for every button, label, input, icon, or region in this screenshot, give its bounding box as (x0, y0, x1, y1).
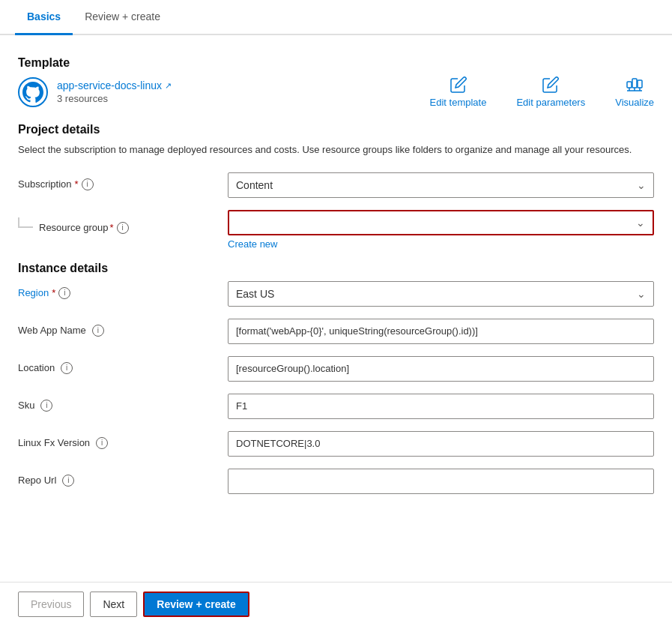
resource-group-info-icon[interactable]: i (117, 222, 129, 234)
repo-url-info-icon[interactable]: i (62, 475, 74, 487)
svg-rect-2 (632, 79, 637, 88)
svg-rect-3 (638, 80, 642, 88)
subscription-value: Content (236, 179, 273, 191)
tab-review-create[interactable]: Review + create (73, 0, 172, 35)
previous-button[interactable]: Previous (18, 592, 84, 617)
instance-details-title: Instance details (18, 262, 654, 275)
subscription-chevron-icon: ⌄ (637, 179, 646, 191)
location-label: Location i (18, 356, 228, 374)
subscription-label: Subscription * i (18, 172, 228, 190)
visualize-button[interactable]: Visualize (615, 76, 654, 108)
edit-template-label: Edit template (430, 97, 487, 108)
web-app-name-label: Web App Name i (18, 319, 228, 337)
sku-label: Sku i (18, 394, 228, 412)
linux-fx-row: Linux Fx Version i (18, 431, 654, 457)
visualize-label: Visualize (615, 97, 654, 108)
web-app-name-input[interactable] (228, 319, 654, 344)
instance-details-section: Instance details Region * i East US ⌄ We… (18, 262, 654, 494)
region-value: East US (236, 288, 274, 300)
linux-fx-input[interactable] (228, 431, 654, 457)
location-input[interactable] (228, 356, 654, 382)
resource-group-label: Resource group (39, 222, 109, 233)
linux-fx-info-icon[interactable]: i (96, 437, 108, 449)
sku-info-icon[interactable]: i (40, 400, 52, 412)
next-button[interactable]: Next (90, 592, 137, 617)
tab-bar: Basics Review + create (0, 0, 672, 35)
sku-input[interactable] (228, 394, 654, 419)
subscription-dropdown[interactable]: Content ⌄ (228, 172, 654, 198)
region-dropdown[interactable]: East US ⌄ (228, 281, 654, 307)
template-block: app-service-docs-linux ↗ 3 resources Edi… (18, 76, 654, 108)
edit-parameters-label: Edit parameters (516, 97, 585, 108)
sku-row: Sku i (18, 394, 654, 419)
resource-group-label-wrap: Resource group * i (18, 210, 228, 234)
main-content: Template app-service-docs-linux ↗ 3 reso… (0, 35, 672, 582)
edit-parameters-button[interactable]: Edit parameters (516, 76, 585, 108)
subscription-row: Subscription * i Content ⌄ (18, 172, 654, 198)
location-row: Location i (18, 356, 654, 382)
project-description: Select the subscription to manage deploy… (18, 142, 654, 157)
linux-fx-label: Linux Fx Version i (18, 431, 228, 449)
tab-basics[interactable]: Basics (15, 0, 73, 35)
template-info: app-service-docs-linux ↗ 3 resources (57, 79, 172, 104)
region-row: Region * i East US ⌄ (18, 281, 654, 307)
region-chevron-icon: ⌄ (637, 288, 646, 300)
external-link-icon: ↗ (165, 81, 172, 91)
web-app-name-row: Web App Name i (18, 319, 654, 344)
template-resources: 3 resources (57, 93, 172, 104)
region-info-icon[interactable]: i (58, 287, 70, 299)
resource-group-chevron-icon: ⌄ (636, 217, 645, 229)
repo-url-input[interactable] (228, 469, 654, 494)
footer: Previous Next Review + create (0, 582, 672, 626)
location-info-icon[interactable]: i (61, 362, 73, 374)
edit-template-button[interactable]: Edit template (430, 76, 487, 108)
review-create-button[interactable]: Review + create (143, 592, 249, 617)
repo-url-label: Repo Url i (18, 469, 228, 487)
web-app-name-info-icon[interactable]: i (92, 325, 104, 337)
template-icon (18, 77, 48, 107)
resource-group-dropdown[interactable]: ⌄ (228, 210, 654, 235)
template-section-title: Template (18, 56, 654, 70)
subscription-control: Content ⌄ (228, 172, 654, 198)
resource-group-control: ⌄ Create new (228, 210, 654, 250)
resource-group-row: Resource group * i ⌄ Create new (18, 210, 654, 250)
template-actions: Edit template Edit parameters (430, 76, 654, 108)
svg-rect-1 (627, 82, 632, 88)
repo-url-row: Repo Url i (18, 469, 654, 494)
subscription-info-icon[interactable]: i (82, 178, 94, 190)
template-link[interactable]: app-service-docs-linux ↗ (57, 79, 172, 91)
project-details-title: Project details (18, 123, 654, 136)
create-new-link[interactable]: Create new (228, 238, 277, 250)
region-label: Region * i (18, 281, 228, 299)
